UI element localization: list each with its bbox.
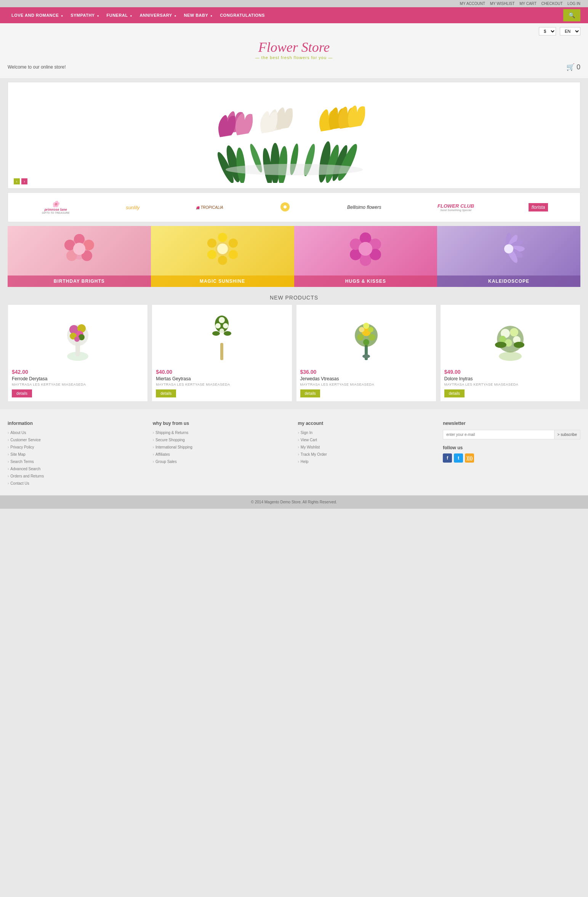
svg-point-45	[504, 244, 513, 253]
info-link-advanced[interactable]: Advanced Search	[8, 467, 40, 471]
nav-item-love[interactable]: LOVE AND ROMANCE●	[8, 7, 67, 23]
whybuy-link-affiliates[interactable]: Affiliates	[153, 452, 170, 457]
product-name-2: Miertas Geytrasa	[156, 376, 288, 381]
newsletter-email-input[interactable]	[443, 430, 554, 439]
account-link-cart[interactable]: View Cart	[298, 438, 317, 442]
footer-copyright: © 2014 Magento Demo Store. All Rights Re…	[0, 495, 588, 509]
svg-point-58	[215, 323, 221, 328]
account-link-wishlist[interactable]: My Wishlist	[298, 445, 320, 449]
category-label-1: BIRTHDAY BRIGHTS	[8, 276, 151, 287]
footer-col-newsletter: newsletter > subscribe follow us f t )))…	[443, 421, 580, 488]
hero-prev-button[interactable]: ‹	[14, 178, 20, 184]
brand-3: 🌺 TROPICALIA	[194, 203, 225, 211]
site-header: $ EN Flower Store — the best fresh flowe…	[0, 23, 588, 78]
details-button-3[interactable]: details	[300, 389, 320, 397]
account-link-help[interactable]: Help	[298, 460, 309, 464]
footer-col-whybuy: why buy from us Shipping & Returns Secur…	[153, 421, 290, 488]
info-link-orders[interactable]: Orders and Returns	[8, 474, 44, 478]
svg-point-29	[207, 239, 216, 248]
product-image-4	[444, 309, 576, 366]
nav-item-newbaby[interactable]: NEW BABY●	[180, 7, 216, 23]
footer-columns: information About Us Customer Service Pr…	[8, 421, 580, 488]
svg-point-28	[207, 250, 216, 259]
search-button[interactable]: 🔍	[563, 9, 580, 21]
hero-banner: ‹ ›	[8, 82, 580, 189]
top-link-checkout[interactable]: CHECKOUT	[541, 2, 562, 6]
welcome-bar: Welcome to our online store! 🛒 0	[8, 60, 580, 74]
list-item: My Wishlist	[298, 444, 436, 450]
follow-us-heading: follow us	[443, 445, 580, 450]
info-link-search[interactable]: Search Terms	[8, 460, 34, 464]
nav-item-sympathy[interactable]: SYMPATHY●	[67, 7, 103, 23]
svg-point-70	[359, 327, 364, 332]
category-image-2	[151, 226, 294, 272]
logo-area: Flower Store — the best fresh flowers fo…	[255, 39, 333, 60]
list-item: Contact Us	[8, 481, 145, 486]
product-sub-3: MAYTRASA LES KERTYASE MIASEASEDA	[300, 383, 432, 386]
cart-icon[interactable]: 🛒 0	[566, 63, 580, 71]
hero-next-button[interactable]: ›	[21, 178, 27, 184]
rss-icon[interactable]: ))))	[465, 453, 474, 463]
product-name-3: Jerwedas Vtreasas	[300, 376, 432, 381]
top-link-login[interactable]: LOG IN	[567, 2, 580, 6]
whybuy-link-secure[interactable]: Secure Shopping	[153, 438, 185, 442]
svg-point-81	[514, 342, 524, 348]
footer-whybuy-heading: why buy from us	[153, 421, 290, 426]
site-logo[interactable]: Flower Store	[255, 39, 333, 55]
account-link-track[interactable]: Track My Order	[298, 452, 327, 457]
footer-account-heading: my account	[298, 421, 436, 426]
svg-point-80	[495, 342, 506, 348]
currency-selector[interactable]: $	[539, 27, 556, 35]
nav-list: LOVE AND ROMANCE● SYMPATHY● FUNERAL● ANN…	[8, 7, 563, 23]
footer-account-list: Sign In View Cart My Wishlist Track My O…	[298, 430, 436, 464]
svg-point-71	[368, 327, 373, 332]
top-link-account[interactable]: MY ACCOUNT	[460, 2, 485, 6]
nav-item-funeral[interactable]: FUNERAL●	[103, 7, 136, 23]
category-birthday[interactable]: BIRTHDAY BRIGHTS	[8, 226, 151, 287]
svg-point-76	[510, 328, 518, 336]
facebook-icon[interactable]: f	[443, 453, 452, 463]
list-item: Group Sales	[153, 459, 290, 464]
info-link-privacy[interactable]: Privacy Policy	[8, 445, 34, 449]
details-button-4[interactable]: details	[444, 389, 465, 397]
list-item: Affiliates	[153, 452, 290, 457]
product-price-3: $36.00	[300, 369, 432, 375]
whybuy-link-shipping[interactable]: Shipping & Returns	[153, 431, 189, 435]
category-hugs[interactable]: HUGS & KISSES	[294, 226, 437, 287]
info-link-sitemap[interactable]: Site Map	[8, 452, 26, 457]
details-button-1[interactable]: details	[12, 389, 32, 397]
list-item: Secure Shopping	[153, 437, 290, 442]
info-link-about[interactable]: About Us	[8, 431, 26, 435]
svg-point-73	[499, 352, 522, 361]
language-selector[interactable]: EN	[560, 27, 580, 35]
info-link-contact[interactable]: Contact Us	[8, 481, 29, 485]
nav-item-congrats[interactable]: CONGRATULATIONS	[216, 7, 269, 23]
list-item: Customer Service	[8, 437, 145, 442]
info-link-customer[interactable]: Customer Service	[8, 438, 41, 442]
category-label-4: KALEIDOSCOPE	[437, 276, 580, 287]
top-link-wishlist[interactable]: MY WISHLIST	[490, 2, 515, 6]
whybuy-link-intl[interactable]: International Shipping	[153, 445, 192, 449]
nav-item-anniversary[interactable]: ANNIVERSARY●	[136, 7, 180, 23]
category-kaleidoscope[interactable]: KALEIDOSCOPE	[437, 226, 580, 287]
list-item: Search Terms	[8, 459, 145, 464]
hero-image	[8, 86, 580, 185]
top-link-cart[interactable]: MY CART	[519, 2, 536, 6]
brand-7: florista	[529, 203, 548, 211]
product-sub-4: MAYTRASA LES KERTYASE MIASEASEDA	[444, 383, 576, 386]
details-button-2[interactable]: details	[156, 389, 176, 397]
tulip-arrangement-svg	[199, 88, 389, 183]
whybuy-link-group[interactable]: Group Sales	[153, 460, 177, 464]
category-label-3: HUGS & KISSES	[294, 276, 437, 287]
category-sunshine[interactable]: MAGIC SUNSHINE	[151, 226, 294, 287]
newsletter-subscribe-button[interactable]: > subscribe	[554, 430, 580, 439]
product-image-1	[12, 309, 144, 366]
footer-info-heading: information	[8, 421, 145, 426]
product-card-3: $36.00 Jerwedas Vtreasas MAYTRASA LES KE…	[296, 304, 436, 402]
account-link-signin[interactable]: Sign In	[298, 431, 312, 435]
list-item: About Us	[8, 430, 145, 435]
newsletter-heading: newsletter	[443, 421, 580, 426]
twitter-icon[interactable]: t	[454, 453, 463, 463]
svg-point-69	[363, 339, 369, 345]
hero-navigation: ‹ ›	[14, 178, 27, 184]
